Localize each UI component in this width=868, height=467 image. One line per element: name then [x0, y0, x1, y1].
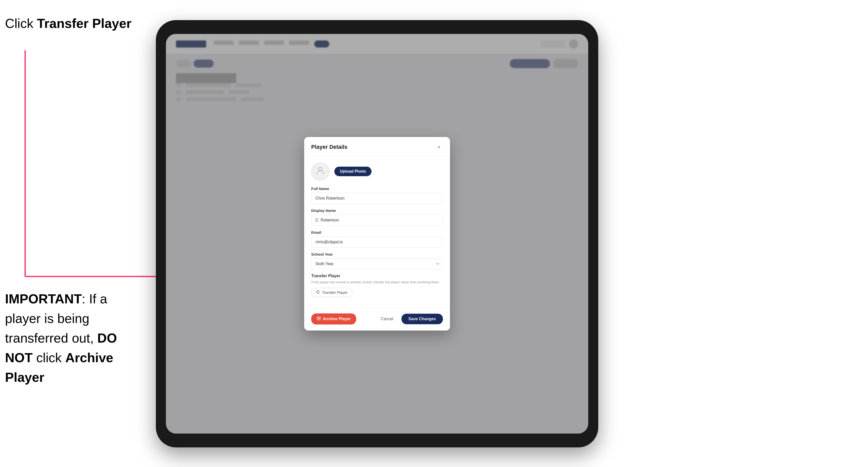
- modal-overlay: Player Details ×: [166, 34, 588, 434]
- modal-body: Upload Photo Full Name Display Name: [304, 156, 450, 308]
- svg-rect-4: [317, 317, 320, 318]
- school-year-label: School Year: [311, 252, 443, 256]
- archive-player-button[interactable]: Archive Player: [311, 313, 356, 324]
- player-details-modal: Player Details ×: [304, 137, 450, 331]
- school-year-select[interactable]: Sixth Year Fifth Year Fourth Year Third …: [311, 258, 443, 269]
- avatar-circle: [311, 162, 329, 181]
- email-group: Email: [311, 230, 443, 248]
- tablet-screen: Player Details ×: [166, 34, 588, 434]
- transfer-icon: [316, 290, 320, 295]
- transfer-player-button[interactable]: Transfer Player: [311, 288, 352, 297]
- archive-player-label: Archive Player: [323, 317, 351, 321]
- modal-header: Player Details ×: [304, 137, 450, 156]
- transfer-section-description: If this player has moved to another scho…: [311, 280, 443, 285]
- instruction-area: Click Transfer Player: [5, 15, 146, 32]
- important-text: IMPORTANT: If a player is being transfer…: [5, 289, 146, 387]
- svg-point-3: [318, 167, 322, 171]
- modal-title: Player Details: [311, 144, 347, 150]
- full-name-input[interactable]: [311, 193, 443, 204]
- modal-footer: Archive Player Cancel Save Changes: [304, 308, 450, 331]
- email-label: Email: [311, 230, 443, 235]
- click-instruction: Click Transfer Player: [5, 15, 146, 32]
- archive-icon: [317, 316, 321, 321]
- avatar-section: Upload Photo: [311, 162, 443, 181]
- transfer-player-section: Transfer Player If this player has moved…: [311, 274, 443, 297]
- footer-right-actions: Cancel Save Changes: [377, 314, 443, 324]
- avatar-icon: [316, 166, 325, 177]
- cancel-button[interactable]: Cancel: [377, 314, 397, 324]
- email-input[interactable]: [311, 237, 443, 248]
- important-instruction: IMPORTANT: If a player is being transfer…: [5, 289, 146, 387]
- full-name-label: Full Name: [311, 187, 443, 191]
- display-name-group: Display Name: [311, 208, 443, 226]
- transfer-section-title: Transfer Player: [311, 274, 443, 278]
- full-name-group: Full Name: [311, 187, 443, 204]
- school-year-group: School Year Sixth Year Fifth Year Fourth…: [311, 252, 443, 269]
- upload-photo-button[interactable]: Upload Photo: [334, 167, 372, 176]
- display-name-input[interactable]: [311, 215, 443, 226]
- app-chrome: Player Details ×: [166, 34, 588, 434]
- modal-close-button[interactable]: ×: [435, 143, 443, 151]
- tablet-device: Player Details ×: [156, 20, 598, 447]
- transfer-player-label: Transfer Player: [322, 290, 348, 294]
- display-name-label: Display Name: [311, 208, 443, 213]
- save-changes-button[interactable]: Save Changes: [401, 314, 443, 324]
